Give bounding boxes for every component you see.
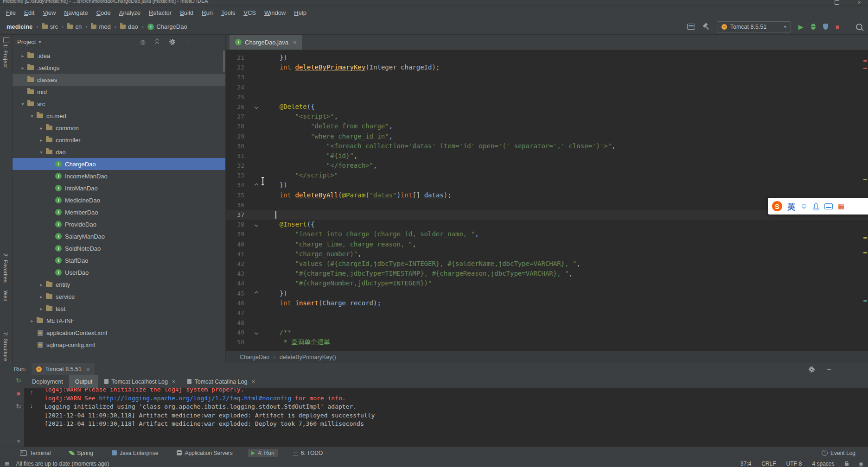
gear-icon[interactable] — [169, 39, 175, 45]
tool-window-switcher-icon[interactable]: ▦ — [5, 461, 9, 467]
menu-tools[interactable]: Tools — [217, 8, 239, 18]
debug-button[interactable] — [811, 24, 816, 30]
fold-toggle-icon[interactable] — [252, 328, 261, 337]
console-link[interactable]: http://logging.apache.org/log4j/1.2/faq.… — [99, 395, 291, 402]
run-tab-output[interactable]: Output — [69, 375, 99, 388]
file-encoding[interactable]: UTF-8 — [786, 461, 802, 467]
breadcrumb-cn[interactable]: cn — [66, 23, 83, 30]
run-tab-tomcat-catalina-log[interactable]: Tomcat Catalina Log× — [181, 375, 261, 388]
code-line-22[interactable]: 22 int deleteByPrimaryKey(Integer charge… — [226, 63, 868, 72]
stripe-button-web[interactable]: Web — [3, 290, 8, 302]
code-line-25[interactable]: 25 — [226, 92, 868, 102]
code-line-47[interactable]: 47 — [226, 308, 868, 318]
menu-vcs[interactable]: VCS — [239, 8, 260, 18]
close-tab-icon[interactable]: × — [251, 378, 255, 385]
project-item-cn-med[interactable]: ▾cn.med — [13, 110, 225, 122]
project-item-meta-inf[interactable]: ▸META-INF — [13, 315, 225, 327]
code-line-32[interactable]: 32 "</foreach>", — [226, 161, 868, 170]
project-item-incomemandao[interactable]: IIncomeManDao — [13, 170, 225, 182]
collapse-all-icon[interactable] — [156, 39, 159, 45]
info-mark[interactable] — [863, 300, 867, 302]
code-line-33[interactable]: 33 "</script>" — [226, 170, 868, 180]
restore-window-icon[interactable] — [835, 0, 839, 5]
ime-toolbox-icon[interactable]: ▦ — [838, 202, 844, 210]
project-panel-title[interactable]: Project — [17, 38, 36, 45]
close-window-icon[interactable]: × — [858, 1, 861, 5]
ime-language-mode[interactable]: 英 — [787, 201, 795, 212]
code-line-48[interactable]: 48 — [226, 318, 868, 328]
toolwindow-button-application-servers[interactable]: Application Servers — [173, 449, 236, 457]
code-line-50[interactable]: 50 * 查询单个退单 — [226, 337, 868, 347]
close-tab-icon[interactable]: × — [172, 378, 176, 385]
menu-analyze[interactable]: Analyze — [115, 8, 145, 18]
locate-file-icon[interactable]: ◎ — [140, 39, 145, 45]
tree-collapsed-arrow[interactable]: ▸ — [28, 318, 36, 323]
stripe-button-structure[interactable]: 7: Structure — [3, 332, 8, 361]
breadcrumb-chargedao[interactable]: IChargeDao — [147, 23, 188, 30]
code-line-23[interactable]: 23 — [226, 72, 868, 82]
project-item-controller[interactable]: ▸controller — [13, 134, 225, 146]
code-line-28[interactable]: 28 "delete from charge", — [226, 121, 868, 131]
stripe-button-favorites[interactable]: 2: Favorites — [3, 253, 8, 283]
hide-panel-icon[interactable]: ─ — [827, 366, 831, 372]
menu-file[interactable]: File — [2, 8, 20, 18]
chevron-down-icon[interactable]: ▾ — [38, 39, 41, 44]
search-everywhere-icon[interactable] — [856, 24, 862, 30]
code-line-31[interactable]: 31 "#{id}", — [226, 151, 868, 161]
microphone-icon[interactable] — [814, 203, 818, 209]
tree-collapsed-arrow[interactable]: ▸ — [38, 282, 45, 287]
project-item-staffdao[interactable]: IStaffDao — [13, 254, 225, 266]
code-line-46[interactable]: 46 int insert(Charge record); — [226, 298, 868, 308]
run-tab-tomcat-localhost-log[interactable]: Tomcat Localhost Log× — [98, 375, 181, 388]
project-item-sqlmap-config-xml[interactable]: <>sqlmap-config.xml — [13, 339, 225, 351]
build-project-icon[interactable] — [702, 23, 709, 30]
code-line-24[interactable]: 24 — [226, 82, 868, 92]
breadcrumb-src[interactable]: src — [41, 23, 59, 30]
toolwindow-button-terminal[interactable]: Terminal — [17, 449, 54, 457]
stop-button[interactable]: ■ — [836, 24, 839, 30]
code-line-29[interactable]: 29 "where charge_id in", — [226, 132, 868, 141]
code-line-27[interactable]: 27 "<script>", — [226, 112, 868, 121]
project-item-soldnotedao[interactable]: ISoldNoteDao — [13, 242, 225, 254]
project-item-chargedao[interactable]: IChargeDao — [13, 158, 225, 170]
breadcrumb-class[interactable]: ChargeDao — [240, 354, 269, 360]
project-item-memberdao[interactable]: IMemberDao — [13, 206, 225, 218]
error-mark[interactable] — [863, 68, 867, 69]
menu-code[interactable]: Code — [92, 8, 115, 18]
tree-collapsed-arrow[interactable]: ▸ — [19, 53, 26, 58]
run-button[interactable]: ▶ — [798, 24, 804, 30]
stripe-button-project[interactable]: 1: Project — [3, 44, 8, 68]
project-item-salarymandao[interactable]: ISalaryManDao — [13, 230, 225, 242]
more-actions-icon[interactable]: » — [17, 438, 20, 444]
menu-refactor[interactable]: Refactor — [145, 8, 176, 18]
breadcrumb-med[interactable]: med — [90, 23, 111, 30]
tree-collapsed-arrow[interactable]: ▸ — [38, 126, 45, 131]
code-line-34[interactable]: 34 }) — [226, 180, 868, 190]
line-separator[interactable]: CRLF — [761, 461, 776, 467]
menu-run[interactable]: Run — [198, 8, 217, 18]
warning-mark[interactable] — [863, 252, 867, 253]
project-scrollbar[interactable] — [223, 50, 225, 72]
scroll-down-icon[interactable]: ↓ — [30, 403, 33, 409]
open-in-browser-icon[interactable] — [687, 24, 695, 30]
tool-window-icon[interactable] — [3, 37, 9, 43]
close-session-icon[interactable]: × — [86, 366, 90, 373]
project-item-intomandao[interactable]: IIntoManDao — [13, 182, 225, 194]
sogou-logo-icon[interactable]: S — [772, 201, 782, 211]
tree-collapsed-arrow[interactable]: ▸ — [38, 294, 45, 299]
keyboard-icon[interactable] — [824, 203, 833, 209]
code-line-42[interactable]: 42 "values (#{chargeId,jdbcType=INTEGER}… — [226, 259, 868, 269]
tree-collapsed-arrow[interactable]: ▸ — [38, 306, 45, 311]
project-item-idea[interactable]: ▸.idea — [13, 50, 225, 62]
project-item-applicationcontext-xml[interactable]: <>applicationContext.xml — [13, 327, 225, 339]
code-line-49[interactable]: 49 /** — [226, 328, 868, 337]
project-item-common[interactable]: ▸common — [13, 122, 225, 134]
fold-toggle-icon[interactable] — [252, 180, 261, 190]
menu-navigate[interactable]: Navigate — [60, 8, 92, 18]
rerun-icon[interactable]: ↻ — [16, 378, 21, 384]
console-output[interactable]: log4j:WARN Please initialize the log4j s… — [24, 388, 868, 447]
code-line-41[interactable]: 41 "charge_number)", — [226, 249, 868, 259]
code-line-38[interactable]: 38 @Insert({ — [226, 220, 868, 229]
run-session-tab[interactable]: Tomcat 8.5.51 × — [32, 363, 94, 375]
project-item-medicinedao[interactable]: IMedicineDao — [13, 194, 225, 206]
